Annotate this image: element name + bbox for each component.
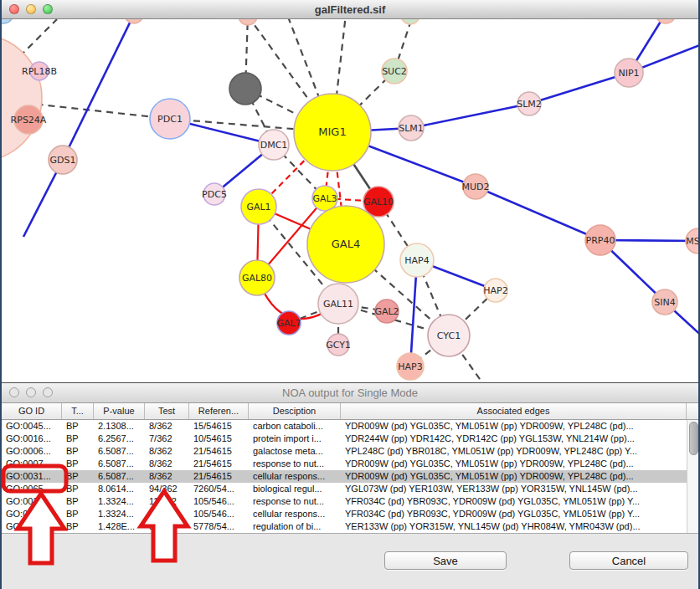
network-edge[interactable] [63, 19, 134, 160]
table-cell-go: GO:0050... [2, 520, 62, 533]
zoom-button[interactable] [43, 4, 53, 14]
table-cell-test: 94/362 [145, 483, 189, 495]
network-window: galFiltered.sif RPL18BRPS24AGDS1PDC1DMC1… [2, 0, 698, 383]
column-header-t[interactable]: T... [62, 403, 94, 419]
table-cell-t: BP [62, 495, 94, 508]
table-cell-test: 8/362 [145, 420, 189, 433]
node-label: RPS24A [11, 115, 47, 125]
network-canvas[interactable]: RPL18BRPS24AGDS1PDC1DMC1MIG1SUC2SLM1SLM2… [2, 19, 698, 382]
output-titlebar[interactable]: NOA output for Single Mode [2, 383, 698, 403]
node-label: CYC1 [437, 330, 461, 341]
table-cell-edges: YDR009W (pd) YGL035C, YML051W (pp) YDR00… [341, 458, 687, 470]
network-node[interactable] [239, 19, 257, 25]
network-edge[interactable] [529, 73, 629, 104]
zoom-button[interactable] [43, 387, 53, 397]
table-cell-p: 8.0614... [94, 483, 145, 495]
table-cell-test: 80/362 [145, 520, 189, 533]
table-cell-go: GO:0006... [2, 445, 62, 458]
network-node[interactable] [125, 19, 143, 23]
table-cell-p: 6.5087... [94, 470, 145, 483]
minimize-button[interactable] [26, 4, 36, 14]
table-cell-t: BP [62, 470, 94, 483]
network-edge[interactable] [411, 104, 529, 128]
table-cell-test: 11/362 [145, 508, 189, 520]
node-label: HAP2 [483, 285, 507, 296]
table-cell-edges: YER133W (pp) YOR315W, YNL145W (pd) YHR08… [341, 520, 687, 533]
table-cell-desc: regulation of bi... [249, 520, 341, 533]
node-label: GAL11 [323, 299, 353, 310]
table-body: GO:0045...BP2.1308...8/36215/54615carbon… [2, 420, 698, 534]
table-cell-go: GO:0065... [2, 483, 62, 495]
node-label: GDS1 [50, 155, 76, 166]
table-cell-ref: 5778/54... [189, 520, 249, 533]
node-label: PDC5 [202, 189, 227, 200]
minimize-button[interactable] [26, 387, 36, 397]
table-row[interactable]: GO:0031...BP6.5087...8/36221/54615cellul… [2, 470, 698, 483]
table-cell-edges: YGL073W (pd) YER103W, YER133W (pp) YOR31… [341, 483, 687, 495]
table-cell-go: GO:0031... [2, 495, 62, 508]
network-node[interactable] [2, 19, 13, 23]
table-cell-desc: cellular respons... [249, 470, 341, 483]
close-button[interactable] [9, 4, 19, 14]
table-row[interactable]: GO:0031...BP1.3324...11/362105/546...res… [2, 495, 698, 508]
table-row[interactable]: GO:0006...BP6.5087...8/36221/54615galact… [2, 445, 698, 458]
scrollbar-thumb[interactable] [689, 422, 698, 455]
column-header-ref[interactable]: Referen... [189, 403, 249, 419]
table-cell-p: 1.428E... [94, 520, 145, 533]
node-label: GAL3 [312, 193, 337, 204]
table-cell-ref: 21/54615 [189, 445, 249, 458]
node-label: GAL1 [246, 202, 270, 213]
node-label: MSL1 [686, 236, 698, 247]
table-cell-t: BP [62, 508, 94, 520]
table-cell-p: 1.3324... [94, 508, 145, 520]
table-cell-t: BP [62, 420, 94, 433]
table-cell-desc: biological regul... [249, 483, 341, 495]
column-header-edges[interactable]: Associated edges [341, 403, 687, 419]
cancel-button[interactable]: Cancel [569, 551, 688, 570]
table-row[interactable]: GO:0007...BP6.5087...8/36221/54615respon… [2, 458, 698, 470]
table-cell-test: 8/362 [145, 470, 189, 483]
network-edge[interactable] [476, 187, 600, 240]
network-node[interactable] [2, 34, 42, 161]
table-cell-p: 6.2567... [94, 433, 145, 445]
noa-output-window: NOA output for Single Mode GO IDT...P-va… [2, 383, 698, 589]
node-label: PDC1 [157, 114, 183, 125]
network-node[interactable] [229, 73, 261, 105]
table-cell-edges: YPL248C (pd) YBR018C, YML051W (pp) YDR00… [341, 445, 687, 458]
table-cell-go: GO:0031... [2, 470, 62, 483]
node-label: GAL2 [374, 306, 399, 317]
table-cell-t: BP [62, 433, 94, 445]
table-cell-p: 2.1308... [94, 420, 145, 433]
table-cell-desc: carbon cataboli... [249, 420, 341, 433]
table-cell-ref: 7260/54... [189, 483, 249, 495]
table-scrollbar[interactable] [687, 420, 698, 533]
table-cell-ref: 105/546... [189, 495, 249, 508]
table-row[interactable]: GO:0050...BP1.428E...80/3625778/54...reg… [2, 520, 698, 533]
table-row[interactable]: GO:0065...BP8.0614...94/3627260/54...bio… [2, 483, 698, 495]
table-cell-go: GO:0045... [2, 420, 62, 433]
table-header: GO IDT...P-valueTestReferen...Desciption… [2, 403, 698, 420]
output-window-title: NOA output for Single Mode [2, 387, 698, 399]
node-label: GAL7 [276, 318, 301, 329]
column-header-desc[interactable]: Desciption [249, 403, 341, 419]
table-row[interactable]: GO:0031...BP1.3324...11/362105/546...cel… [2, 508, 698, 520]
table-cell-ref: 15/54615 [189, 420, 249, 433]
node-label: HAP3 [398, 361, 422, 372]
network-titlebar[interactable]: galFiltered.sif [2, 0, 698, 19]
network-node[interactable] [401, 19, 419, 24]
save-button[interactable]: Save [384, 551, 507, 570]
node-label: SIN4 [654, 297, 675, 308]
table-cell-desc: response to nut... [249, 458, 341, 470]
node-label: SLM1 [399, 123, 424, 134]
column-header-p[interactable]: P-value [94, 403, 145, 419]
node-label: GAL4 [332, 238, 360, 250]
node-label: NIP1 [618, 68, 639, 79]
table-cell-edges: YDR009W (pd) YGL035C, YML051W (pp) YDR00… [341, 420, 687, 433]
column-header-test[interactable]: Test [145, 403, 189, 419]
column-header-go[interactable]: GO ID [2, 403, 62, 419]
table-row[interactable]: GO:0045...BP2.1308...8/36215/54615carbon… [2, 420, 698, 433]
close-button[interactable] [9, 387, 19, 397]
table-row[interactable]: GO:0016...BP6.2567...7/36210/54615protei… [2, 433, 698, 445]
table-cell-go: GO:0031... [2, 508, 62, 520]
traffic-lights-inactive [9, 387, 53, 397]
